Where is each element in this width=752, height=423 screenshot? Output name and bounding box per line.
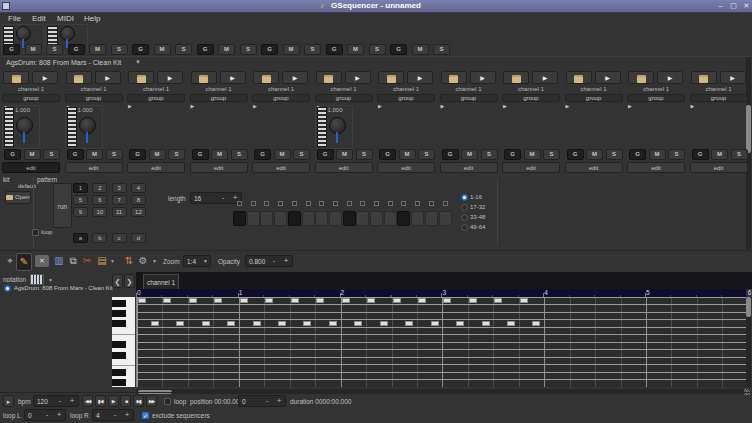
pattern-pad-toggle[interactable] xyxy=(370,211,383,226)
pattern-loop-checkbox[interactable] xyxy=(32,229,39,236)
channel-mute-button[interactable]: M xyxy=(274,149,291,160)
channel-mute-button[interactable]: M xyxy=(524,149,541,160)
pattern-index-button[interactable]: 2 xyxy=(92,183,107,193)
play-icon[interactable]: ▶ xyxy=(157,71,183,84)
pattern-pad-toggle[interactable] xyxy=(288,211,301,226)
play-icon[interactable]: ▶ xyxy=(282,71,308,84)
note[interactable] xyxy=(163,298,171,303)
channel-group-button[interactable]: G xyxy=(629,149,646,160)
strip-expander-arrow-icon[interactable]: ▶ xyxy=(253,103,257,109)
pattern-pad-toggle[interactable] xyxy=(315,211,328,226)
note[interactable] xyxy=(482,321,490,326)
play-button[interactable]: ▶ xyxy=(108,395,119,407)
rewind-button[interactable]: ◀◀ xyxy=(82,395,93,407)
open-sample-button[interactable] xyxy=(691,71,717,84)
loop-l-minus-button[interactable]: - xyxy=(41,410,53,420)
pattern-bank-button[interactable]: c xyxy=(112,233,127,243)
paste-chevron-icon[interactable]: ▼ xyxy=(110,258,115,264)
open-sample-button[interactable] xyxy=(3,71,29,84)
tab-scroll-right-button[interactable]: ❯ xyxy=(124,274,135,288)
bpm-minus-button[interactable]: - xyxy=(54,396,66,406)
channel-mute-button[interactable]: M xyxy=(461,149,478,160)
menu-file[interactable]: File xyxy=(8,14,21,23)
note[interactable] xyxy=(316,298,324,303)
open-sample-button[interactable] xyxy=(66,71,92,84)
open-sample-button[interactable] xyxy=(191,71,217,84)
edit-pencil-icon[interactable]: ✎ xyxy=(16,253,32,271)
note[interactable] xyxy=(151,321,159,326)
output-group-button[interactable]: G xyxy=(390,44,407,55)
pattern-bank-button[interactable]: d xyxy=(131,233,146,243)
note[interactable] xyxy=(189,298,197,303)
position-plus-button[interactable]: + xyxy=(273,396,285,406)
strip-expander-arrow-icon[interactable]: ▶ xyxy=(503,103,507,109)
exclude-sequencers-checkbox[interactable]: ✓ xyxy=(142,412,149,419)
pattern-run-button[interactable]: run xyxy=(53,183,72,228)
output-mute-button[interactable]: M xyxy=(218,44,235,55)
note[interactable] xyxy=(431,321,439,326)
play-icon[interactable]: ▶ xyxy=(345,71,371,84)
menu-help[interactable]: Help xyxy=(84,14,100,23)
menu-edit[interactable]: Edit xyxy=(32,14,46,23)
channel-group-button[interactable]: group xyxy=(127,94,185,102)
channel-edit-button[interactable]: edit xyxy=(315,162,373,173)
pattern-index-button[interactable]: 7 xyxy=(112,195,127,205)
note[interactable] xyxy=(253,321,261,326)
channel-edit-button[interactable]: edit xyxy=(565,162,623,173)
output-group-button[interactable]: G xyxy=(261,44,278,55)
loop-r-plus-button[interactable]: + xyxy=(121,410,133,420)
strip-expander-arrow-icon[interactable]: ▶ xyxy=(566,103,570,109)
piano-roll-icon[interactable] xyxy=(30,274,44,285)
note[interactable] xyxy=(380,321,388,326)
pattern-index-button[interactable]: 10 xyxy=(92,207,107,217)
strip-expander-arrow-icon[interactable]: ▶ xyxy=(628,103,632,109)
select-icon[interactable]: ▥ xyxy=(52,253,66,269)
pattern-offset-radio[interactable] xyxy=(461,194,468,201)
channel-solo-button[interactable]: S xyxy=(106,149,123,160)
machine-menu-chevron-icon[interactable]: ▼ xyxy=(135,59,141,65)
output-mute-button[interactable]: M xyxy=(283,44,300,55)
opacity-minus-button[interactable]: - xyxy=(268,256,280,266)
pattern-pad-toggle[interactable] xyxy=(356,211,369,226)
position-cursor-icon[interactable]: ⌖ xyxy=(3,253,17,269)
pattern-pad-toggle[interactable] xyxy=(411,211,424,226)
notation-machine-radio[interactable] xyxy=(4,285,11,292)
notation-grid[interactable] xyxy=(136,297,746,387)
clear-icon[interactable]: ✕ xyxy=(35,255,49,267)
open-sample-button[interactable] xyxy=(503,71,529,84)
play-icon[interactable]: ▶ xyxy=(657,71,683,84)
channel-solo-button[interactable]: S xyxy=(43,149,60,160)
black-key[interactable] xyxy=(112,352,126,359)
open-sample-button[interactable] xyxy=(378,71,404,84)
channel-edit-button[interactable]: edit xyxy=(65,162,123,173)
pattern-pad-toggle[interactable] xyxy=(439,211,452,226)
channel-group-button[interactable]: group xyxy=(440,94,498,102)
note[interactable] xyxy=(303,321,311,326)
pattern-offset-radio[interactable] xyxy=(461,204,468,211)
note[interactable] xyxy=(443,298,451,303)
channel-edit-button[interactable]: edit xyxy=(627,162,685,173)
open-sample-button[interactable] xyxy=(566,71,592,84)
loop-l-spinner[interactable]: 0 - + xyxy=(24,409,66,421)
black-key[interactable] xyxy=(112,320,126,327)
output-solo-button[interactable]: S xyxy=(111,44,128,55)
output-mute-button[interactable]: M xyxy=(412,44,429,55)
tools-icon[interactable]: ⚙ xyxy=(136,253,150,269)
pattern-bank-button[interactable]: a xyxy=(73,233,88,243)
pattern-pad-toggle[interactable] xyxy=(329,211,342,226)
channel-solo-button[interactable]: S xyxy=(293,149,310,160)
pattern-pad-toggle[interactable] xyxy=(247,211,260,226)
note[interactable] xyxy=(176,321,184,326)
previous-button[interactable]: ▮◀ xyxy=(95,395,106,407)
open-sample-button[interactable] xyxy=(441,71,467,84)
pattern-index-button[interactable]: 12 xyxy=(131,207,146,217)
note[interactable] xyxy=(520,298,528,303)
channel-edit-button[interactable]: edit xyxy=(377,162,435,173)
note[interactable] xyxy=(354,321,362,326)
note[interactable] xyxy=(367,298,375,303)
play-icon[interactable]: ▶ xyxy=(595,71,621,84)
output-solo-button[interactable]: S xyxy=(240,44,257,55)
note[interactable] xyxy=(227,321,235,326)
channel-group-button[interactable]: G xyxy=(4,149,21,160)
paste-icon[interactable]: ▤ xyxy=(95,253,109,269)
